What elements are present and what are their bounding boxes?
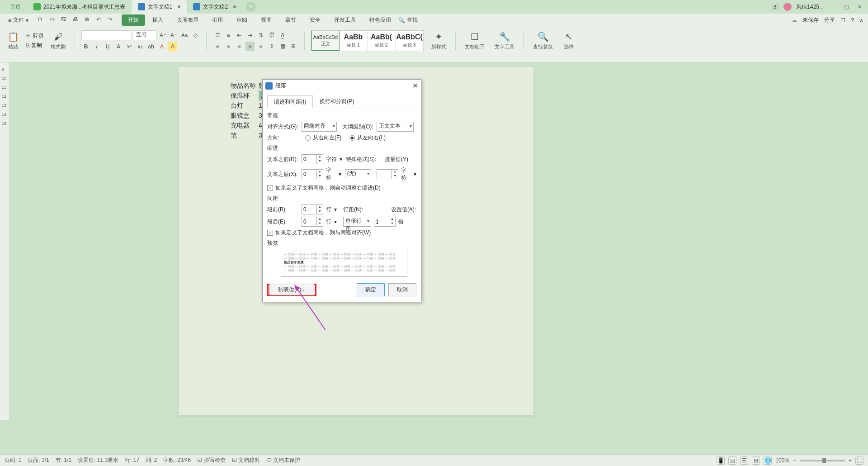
auto-indent-checkbox[interactable]: ✓如果定义了文档网格，则自动调整右缩进(D) [267, 184, 416, 192]
special-format-select[interactable]: (无) [345, 169, 371, 179]
text-direction-icon[interactable]: ⇅ [256, 31, 265, 40]
spinner-input[interactable] [302, 155, 316, 164]
italic-icon[interactable]: I [92, 42, 101, 51]
style-heading1[interactable]: AaBb标题 1 [340, 31, 368, 51]
spin-down-icon[interactable]: ▼ [317, 222, 323, 226]
horizontal-ruler[interactable] [0, 54, 868, 62]
menu-chapter[interactable]: 章节 [279, 14, 302, 26]
tab-line-break[interactable]: 换行和分页(P) [313, 95, 361, 108]
change-case-icon[interactable]: Aa [180, 31, 189, 40]
status-page-number[interactable]: 页码: 1 [5, 456, 21, 464]
search-box[interactable]: 🔍查找 [398, 16, 418, 24]
spinner-input[interactable] [374, 217, 389, 226]
paste-group[interactable]: 📋粘贴 [5, 31, 22, 50]
menu-page-layout[interactable]: 页面布局 [170, 14, 205, 26]
font-color-icon[interactable]: A [157, 42, 166, 51]
spin-up-icon[interactable]: ▲ [317, 205, 323, 209]
spinner-input[interactable] [302, 217, 316, 226]
align-distribute-icon[interactable]: ≡ [256, 42, 265, 51]
before-paragraph-spinner[interactable]: ▲▼ [302, 204, 323, 214]
bold-icon[interactable]: B [81, 42, 90, 51]
align-left-icon[interactable]: ≡ [213, 42, 222, 51]
status-section[interactable]: 节: 1/1 [56, 456, 71, 464]
document-canvas[interactable]: 物品名称数 保温杯1 台灯1 眼镜盒3 充电器4 笔3 [9, 62, 868, 420]
style-body[interactable]: AaBbCcDd正文 [311, 31, 340, 51]
status-word-count[interactable]: 字数: 23/46 [163, 456, 191, 464]
page-view-icon[interactable]: ▤ [728, 456, 736, 465]
redo-icon[interactable]: ↷ [108, 16, 116, 24]
emphasis-icon[interactable]: ab [146, 42, 156, 51]
snap-grid-checkbox[interactable]: ✓如果定义了文档网格，则与网格对齐(W) [267, 229, 416, 237]
cut-button[interactable]: ✂剪切 [26, 32, 43, 40]
new-icon[interactable]: 🗋 [38, 16, 46, 24]
spin-up-icon[interactable]: ▲ [317, 155, 323, 159]
export-icon[interactable]: ☐ [840, 17, 845, 24]
direction-rtl-radio[interactable]: 从右向左(F) [305, 134, 341, 142]
menu-references[interactable]: 引用 [206, 14, 229, 26]
spin-up-icon[interactable]: ▲ [389, 217, 395, 222]
file-menu[interactable]: ≡文件▾ [5, 16, 32, 24]
menu-security[interactable]: 安全 [303, 14, 327, 26]
align-center-icon[interactable]: ≡ [224, 42, 233, 51]
underline-icon[interactable]: U [103, 42, 112, 51]
cancel-button[interactable]: 取消 [388, 283, 416, 296]
font-family-select[interactable] [81, 30, 131, 40]
superscript-icon[interactable]: x² [125, 42, 134, 51]
direction-ltr-radio[interactable]: 从左向右(L) [349, 134, 386, 142]
outline-view-icon[interactable]: ☰ [740, 456, 748, 465]
tab-indent-spacing[interactable]: 缩进和间距(I) [267, 95, 313, 108]
line-spacing-select[interactable]: 单倍行距 [343, 217, 371, 227]
spin-up-icon[interactable]: ▲ [317, 170, 323, 174]
number-list-icon[interactable]: ≡ [224, 31, 233, 40]
ok-button[interactable]: 确定 [357, 283, 385, 296]
font-size-select[interactable]: 五号 [133, 30, 156, 40]
phonetic-icon[interactable]: 拼 [267, 31, 276, 40]
style-heading2[interactable]: AaBb(标题 2 [368, 31, 396, 51]
close-window-button[interactable]: ✕ [855, 3, 864, 10]
username[interactable]: 风信1425... [796, 3, 824, 11]
highlight-icon[interactable]: A [168, 42, 177, 51]
char-border-icon[interactable]: A̲ [278, 31, 287, 40]
help-icon[interactable]: ? [851, 17, 854, 24]
notification-badge[interactable]: 3 [771, 4, 779, 10]
tab-file1[interactable]: 2021年拟来湘...考科目要求汇总表 [27, 0, 132, 14]
bullet-list-icon[interactable]: ☰ [213, 31, 222, 40]
status-protection[interactable]: 🛡 文档未保护 [266, 456, 300, 464]
text-tools-button[interactable]: 🔧文字工具 [492, 31, 517, 50]
borders-icon[interactable]: ⊞ [289, 42, 298, 51]
slider-thumb[interactable] [822, 458, 826, 463]
document-content[interactable]: 物品名称数 保温杯1 台灯1 眼镜盒3 充电器4 笔3 [231, 81, 266, 140]
spinner-input[interactable] [377, 170, 392, 179]
status-page-count[interactable]: 页面: 1/1 [28, 456, 49, 464]
strikethrough-icon[interactable]: A̶ [114, 42, 123, 51]
spin-down-icon[interactable]: ▼ [392, 174, 398, 179]
avatar-icon[interactable] [783, 3, 792, 11]
dialog-titlebar[interactable]: 段落 ✕ [263, 80, 421, 92]
maximize-button[interactable]: ▢ [842, 3, 851, 10]
tab-file2[interactable]: 文字文稿1 [132, 0, 187, 14]
format-painter-group[interactable]: 🖌格式刷 [48, 31, 68, 50]
line-spacing-icon[interactable]: ⇕ [267, 42, 276, 51]
zoom-value[interactable]: 100% [775, 457, 789, 464]
doc-assistant-button[interactable]: ☐文档助手 [462, 31, 487, 50]
fit-page-icon[interactable]: ⛶ [855, 456, 863, 465]
set-value-spinner[interactable]: ▲▼ [374, 217, 396, 227]
cloud-icon[interactable]: ☁ [792, 17, 797, 24]
align-right-icon[interactable]: ≡ [235, 42, 244, 51]
new-style-button[interactable]: ✦新样式 [429, 31, 449, 50]
style-heading3[interactable]: AaBbC(标题 3 [396, 31, 424, 51]
align-justify-icon[interactable]: ≡ [245, 42, 255, 51]
select-button[interactable]: ↖选择 [560, 31, 577, 50]
zoom-out-button[interactable]: − [793, 457, 796, 464]
save-icon[interactable]: 🖫 [61, 16, 69, 24]
increase-indent-icon[interactable]: ⇥ [245, 31, 255, 40]
tab-home[interactable]: 首页 [4, 0, 27, 14]
tab-file3[interactable]: 文字文稿2 [187, 0, 242, 14]
spin-down-icon[interactable]: ▼ [317, 159, 323, 164]
web-view-icon[interactable]: ⊞ [752, 456, 760, 465]
menu-start[interactable]: 开始 [122, 14, 145, 26]
status-proofread[interactable]: ☑ 文档校对 [232, 456, 260, 464]
before-text-spinner[interactable]: ▲▼ [302, 154, 323, 164]
add-tab-button[interactable]: + [246, 2, 256, 12]
style-gallery[interactable]: AaBbCcDd正文 AaBb标题 1 AaBb(标题 2 AaBbC(标题 3 [311, 30, 424, 51]
